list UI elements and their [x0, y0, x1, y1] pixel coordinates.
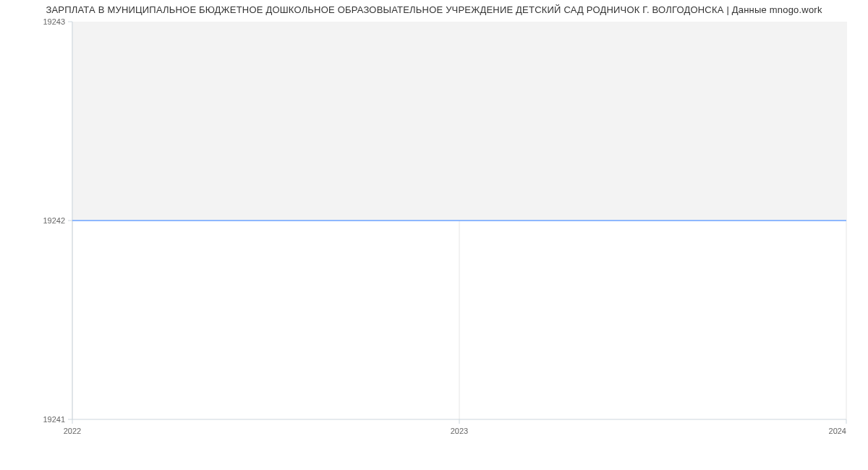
x-label-2024: 2024	[829, 427, 846, 435]
y-label-19241: 19241	[43, 415, 65, 424]
chart-title: ЗАРПЛАТА В МУНИЦИПАЛЬНОЕ БЮДЖЕТНОЕ ДОШКО…	[0, 0, 868, 18]
chart-svg: 19241 19242 19243 2022 2023 2024	[0, 18, 868, 445]
plot-area: 19241 19242 19243 2022 2023 2024	[0, 18, 868, 445]
y-label-19243: 19243	[43, 18, 65, 26]
x-label-2023: 2023	[451, 427, 468, 435]
salary-chart: ЗАРПЛАТА В МУНИЦИПАЛЬНОЕ БЮДЖЕТНОЕ ДОШКО…	[0, 0, 868, 470]
area-fill-upper	[72, 22, 846, 221]
y-label-19242: 19242	[43, 216, 65, 225]
x-label-2022: 2022	[64, 427, 81, 435]
